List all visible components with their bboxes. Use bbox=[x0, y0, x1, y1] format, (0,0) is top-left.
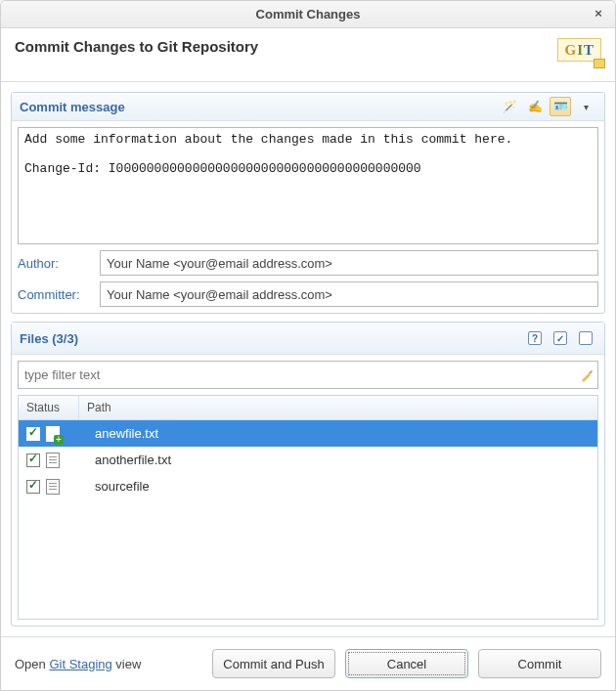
col-path[interactable]: Path bbox=[79, 396, 597, 419]
author-input[interactable] bbox=[100, 250, 598, 276]
git-logo-icon: GIT bbox=[557, 38, 601, 62]
files-toolbar: ? ✓ bbox=[524, 328, 596, 348]
footer-hint: Open Git Staging view bbox=[15, 657, 141, 671]
commit-panel-title: Commit message bbox=[20, 100, 125, 114]
commit-message-panel: Commit message 🪄 ✍️ 🪪 ▾ Author: Committe… bbox=[11, 92, 605, 314]
committer-label: Committer: bbox=[18, 287, 94, 302]
table-row[interactable]: anewfile.txt bbox=[19, 420, 597, 447]
file-icon bbox=[46, 479, 60, 495]
committer-input[interactable] bbox=[100, 281, 598, 307]
filter-row bbox=[18, 361, 598, 389]
files-panel-title: Files (3/3) bbox=[20, 331, 78, 346]
dialog-content: Commit message 🪄 ✍️ 🪪 ▾ Author: Committe… bbox=[1, 82, 615, 636]
chevron-down-icon[interactable]: ▾ bbox=[575, 97, 596, 116]
amend-icon[interactable]: 🪄 bbox=[499, 97, 520, 116]
table-header: Status Path bbox=[19, 396, 597, 420]
commit-dialog: Commit Changes × Commit Changes to Git R… bbox=[0, 0, 616, 691]
table-body: anewfile.txtanotherfile.txtsourcefile bbox=[19, 420, 597, 619]
row-status bbox=[26, 479, 75, 495]
commit-panel-head: Commit message 🪄 ✍️ 🪪 ▾ bbox=[12, 93, 604, 121]
file-icon bbox=[46, 426, 60, 442]
author-committer-fields: Author: Committer: bbox=[18, 250, 598, 307]
row-status bbox=[26, 426, 75, 442]
checkbox-icon[interactable] bbox=[26, 453, 40, 467]
table-row[interactable]: anotherfile.txt bbox=[19, 447, 597, 473]
table-row[interactable]: sourcefile bbox=[19, 473, 597, 499]
row-status bbox=[26, 453, 75, 468]
cancel-button[interactable]: Cancel bbox=[345, 649, 468, 678]
select-all-icon[interactable]: ✓ bbox=[550, 328, 571, 348]
page-title: Commit Changes to Git Repository bbox=[15, 38, 258, 55]
clear-filter-icon[interactable] bbox=[576, 368, 597, 382]
filter-input[interactable] bbox=[19, 362, 576, 388]
signoff-icon[interactable]: ✍️ bbox=[524, 97, 546, 116]
row-path: anotherfile.txt bbox=[81, 453, 590, 467]
files-table: Status Path anewfile.txtanotherfile.txts… bbox=[18, 395, 598, 620]
checkbox-icon[interactable] bbox=[26, 427, 40, 441]
window-title: Commit Changes bbox=[256, 7, 361, 22]
git-staging-link[interactable]: Git Staging bbox=[49, 657, 111, 671]
help-icon[interactable]: ? bbox=[524, 328, 546, 348]
files-panel-head: Files (3/3) ? ✓ bbox=[12, 323, 604, 355]
changeid-icon[interactable]: 🪪 bbox=[550, 97, 571, 116]
close-icon[interactable]: × bbox=[590, 5, 607, 22]
dialog-footer: Open Git Staging view Commit and Push Ca… bbox=[1, 636, 615, 690]
row-path: anewfile.txt bbox=[81, 426, 590, 441]
dialog-header: Commit Changes to Git Repository GIT bbox=[1, 28, 615, 82]
commit-button[interactable]: Commit bbox=[478, 649, 601, 678]
author-label: Author: bbox=[18, 256, 94, 271]
row-path: sourcefile bbox=[81, 479, 590, 494]
files-panel: Files (3/3) ? ✓ Status Path anewfile. bbox=[11, 322, 605, 626]
titlebar: Commit Changes × bbox=[1, 1, 615, 28]
col-status[interactable]: Status bbox=[19, 396, 79, 419]
button-row: Commit and Push Cancel Commit bbox=[212, 649, 601, 678]
footer-view-text: view bbox=[112, 657, 142, 671]
commit-message-textarea[interactable] bbox=[18, 127, 598, 244]
file-icon bbox=[46, 453, 60, 468]
footer-open-text: Open bbox=[15, 657, 49, 671]
commit-toolbar: 🪄 ✍️ 🪪 ▾ bbox=[499, 97, 596, 116]
deselect-all-icon[interactable] bbox=[575, 328, 596, 348]
commit-and-push-button[interactable]: Commit and Push bbox=[212, 649, 335, 678]
checkbox-icon[interactable] bbox=[26, 480, 40, 494]
